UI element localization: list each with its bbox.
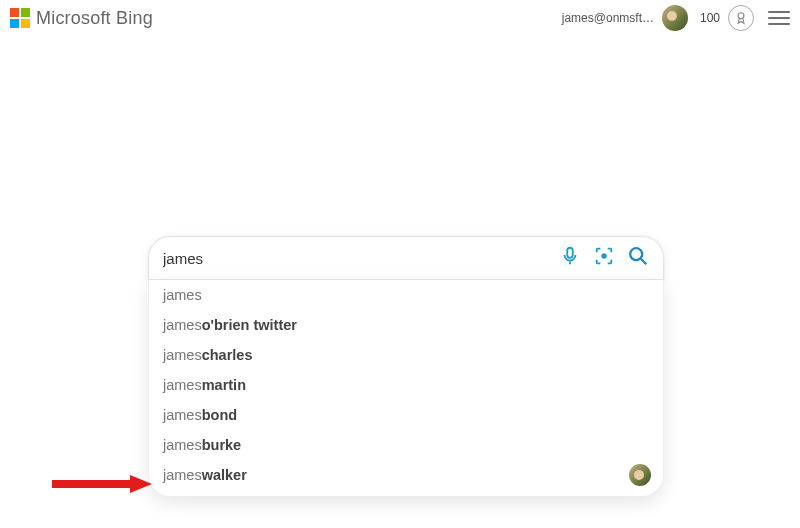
visual-search-icon[interactable] (593, 245, 615, 271)
microsoft-icon (10, 8, 30, 28)
search-input[interactable] (163, 250, 559, 267)
suggestion-item[interactable]: james (149, 280, 663, 310)
annotation-arrow (52, 475, 152, 493)
suggestion-item[interactable]: james walker (149, 460, 663, 490)
suggestion-item[interactable]: james martin (149, 370, 663, 400)
avatar[interactable] (662, 5, 688, 31)
bing-logo[interactable]: Microsoft Bing (10, 8, 153, 29)
suggestion-prefix: james (163, 437, 202, 453)
suggestion-bold: burke (202, 437, 242, 453)
brand-text: Microsoft Bing (36, 8, 153, 29)
svg-point-3 (630, 248, 642, 260)
suggestion-item[interactable]: james charles (149, 340, 663, 370)
suggestion-prefix: james (163, 317, 202, 333)
rewards-icon[interactable] (728, 5, 754, 31)
suggestion-bold: charles (202, 347, 253, 363)
suggestion-prefix: james (163, 467, 202, 483)
user-email[interactable]: james@onmsft… (562, 11, 654, 25)
voice-search-icon[interactable] (559, 245, 581, 271)
suggestion-bold: walker (202, 467, 247, 483)
suggestion-item[interactable]: james bond (149, 400, 663, 430)
suggestion-prefix: james (163, 407, 202, 423)
suggestion-prefix: james (163, 287, 202, 303)
hamburger-icon[interactable] (768, 9, 790, 27)
suggestions-dropdown: jamesjames o'brien twitterjames charlesj… (148, 280, 664, 497)
suggestion-item[interactable]: james o'brien twitter (149, 310, 663, 340)
suggestion-item[interactable]: james burke (149, 430, 663, 460)
svg-rect-1 (567, 248, 573, 258)
suggestion-bold: o'brien twitter (202, 317, 297, 333)
svg-point-2 (601, 253, 607, 259)
suggestion-bold: martin (202, 377, 246, 393)
suggestion-prefix: james (163, 377, 202, 393)
search-icon[interactable] (627, 245, 649, 271)
search-box[interactable] (148, 236, 664, 280)
svg-point-0 (738, 13, 744, 19)
suggestion-prefix: james (163, 347, 202, 363)
rewards-count[interactable]: 100 (700, 11, 720, 25)
suggestion-bold: bond (202, 407, 237, 423)
svg-marker-5 (130, 475, 152, 493)
suggestion-avatar (629, 464, 651, 486)
